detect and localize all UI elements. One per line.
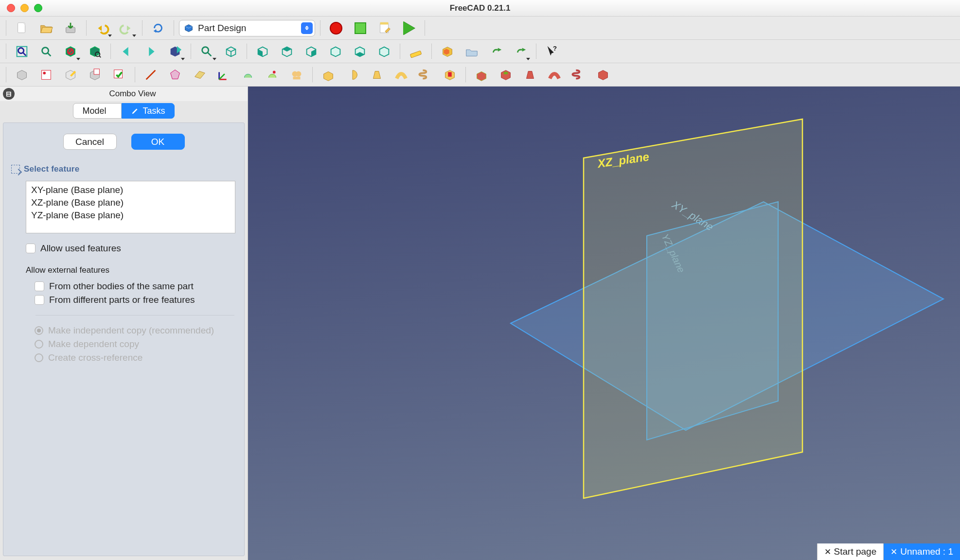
clone-button[interactable]	[286, 65, 307, 85]
plane-item[interactable]: XY-plane (Base plane)	[31, 184, 230, 196]
combo-view-panel: ⊟ Combo View Model Tasks Cancel OK Selec…	[0, 87, 248, 560]
isometric-button[interactable]	[220, 42, 242, 61]
chevron-down-icon[interactable]	[213, 58, 216, 60]
helix-button[interactable]	[415, 65, 436, 85]
map-sketch-button[interactable]	[84, 65, 106, 85]
new-document-button[interactable]	[11, 18, 33, 38]
workbench-name: Part Design	[198, 23, 297, 34]
chevron-down-icon[interactable]	[526, 58, 530, 60]
select-icon	[11, 165, 20, 174]
svg-point-12	[42, 47, 49, 53]
chevron-down-icon[interactable]	[108, 35, 112, 37]
app-title: FreeCAD 0.21.1	[450, 3, 511, 13]
link-actions-button[interactable]	[510, 42, 531, 61]
sub-helix-button[interactable]	[568, 65, 589, 85]
pad-button[interactable]	[318, 65, 339, 85]
sub-loft-button[interactable]	[519, 65, 541, 85]
ext-free-checkbox[interactable]: From different parts or free features	[35, 295, 235, 305]
radio-icon	[35, 340, 43, 349]
updown-chevron-icon[interactable]	[301, 22, 313, 34]
window-zoom-icon[interactable]	[34, 4, 42, 12]
view-bottom-button[interactable]	[349, 42, 371, 61]
datum-plane-button[interactable]	[189, 65, 210, 85]
validate-sketch-button[interactable]	[108, 65, 130, 85]
plane-list[interactable]: XY-plane (Base plane) XZ-plane (Base pla…	[26, 181, 235, 233]
workbench-selector[interactable]: Part Design	[179, 20, 315, 36]
zoom-button[interactable]	[196, 42, 217, 61]
hole-button[interactable]	[495, 65, 516, 85]
macro-edit-button[interactable]	[374, 18, 395, 38]
checkbox-icon[interactable]	[35, 281, 44, 291]
redo-button[interactable]	[116, 18, 137, 38]
doc-tab-active[interactable]: ✕ Unnamed : 1	[883, 543, 960, 560]
fit-selection-button[interactable]	[36, 42, 57, 61]
open-document-button[interactable]	[36, 18, 57, 38]
group-button[interactable]	[461, 42, 482, 61]
view-left-button[interactable]	[373, 42, 395, 61]
view-rear-button[interactable]	[325, 42, 346, 61]
select-feature-header[interactable]: Select feature	[3, 156, 244, 176]
sub-groove-button[interactable]	[592, 65, 614, 85]
datum-cs-button[interactable]	[213, 65, 234, 85]
window-minimize-icon[interactable]	[20, 4, 29, 12]
datum-point-button[interactable]	[164, 65, 186, 85]
chevron-down-icon[interactable]	[76, 58, 80, 60]
refresh-button[interactable]	[147, 18, 169, 38]
tab-model[interactable]: Model	[73, 103, 122, 119]
datum-line-button[interactable]	[140, 65, 161, 85]
draw-style-button[interactable]	[60, 42, 81, 61]
revolution-button[interactable]	[342, 65, 363, 85]
groove-button[interactable]	[439, 65, 461, 85]
tab-tasks[interactable]: Tasks	[122, 103, 174, 119]
macro-play-button[interactable]	[398, 18, 420, 38]
view-front-button[interactable]	[252, 42, 273, 61]
sweep-button[interactable]	[391, 65, 412, 85]
cancel-button[interactable]: Cancel	[63, 134, 117, 150]
macro-record-button[interactable]	[325, 18, 347, 38]
part-appearance-button[interactable]	[437, 42, 458, 61]
ext-same-part-checkbox[interactable]: From other bodies of the same part	[35, 281, 235, 292]
ok-button[interactable]: OK	[131, 134, 185, 150]
svg-marker-59	[324, 71, 333, 81]
edit-sketch-button[interactable]	[60, 65, 81, 85]
chevron-down-icon[interactable]	[181, 58, 185, 60]
close-icon[interactable]: ✕	[824, 547, 831, 557]
close-icon[interactable]: ✕	[890, 547, 897, 557]
save-document-button[interactable]	[60, 18, 81, 38]
checkbox-icon[interactable]	[26, 244, 36, 253]
svg-rect-0	[18, 22, 25, 33]
svg-marker-72	[584, 119, 802, 498]
bounding-box-button[interactable]	[84, 42, 106, 61]
shapebinder-button[interactable]	[237, 65, 259, 85]
pocket-button[interactable]	[471, 65, 492, 85]
sub-sweep-button[interactable]	[544, 65, 565, 85]
undo-button[interactable]	[91, 18, 113, 38]
svg-line-25	[208, 52, 212, 56]
new-sketch-button[interactable]	[36, 65, 57, 85]
dock-toggle-icon[interactable]: ⊟	[3, 88, 15, 100]
whats-this-button[interactable]: ?	[541, 42, 563, 61]
create-body-button[interactable]	[11, 65, 33, 85]
link-nav-button[interactable]	[164, 42, 186, 61]
window-close-icon[interactable]	[7, 4, 15, 12]
plane-item[interactable]: XZ-plane (Base plane)	[31, 197, 230, 209]
loft-button[interactable]	[366, 65, 388, 85]
plane-item[interactable]: YZ-plane (Base plane)	[31, 210, 230, 221]
macro-stop-button[interactable]	[350, 18, 371, 38]
doc-tab-start[interactable]: ✕ Start page	[817, 543, 884, 560]
xz-plane[interactable]: XZ_plane	[584, 119, 802, 498]
chevron-down-icon[interactable]	[132, 35, 136, 37]
3d-viewport[interactable]: XY_plane YZ_plane XZ_plane ✕ Start page …	[248, 87, 960, 560]
subshapebinder-button[interactable]	[262, 65, 283, 85]
view-top-button[interactable]	[276, 42, 298, 61]
svg-marker-37	[380, 47, 389, 56]
view-right-button[interactable]	[301, 42, 322, 61]
link-make-button[interactable]	[485, 42, 507, 61]
radio-icon	[35, 353, 43, 362]
measure-distance-button[interactable]	[405, 42, 427, 61]
sel-back-button[interactable]	[116, 42, 137, 61]
fit-all-button[interactable]	[11, 42, 33, 61]
sel-forward-button[interactable]	[140, 42, 161, 61]
checkbox-icon[interactable]	[35, 295, 44, 305]
allow-used-checkbox[interactable]: Allow used features	[26, 243, 235, 254]
